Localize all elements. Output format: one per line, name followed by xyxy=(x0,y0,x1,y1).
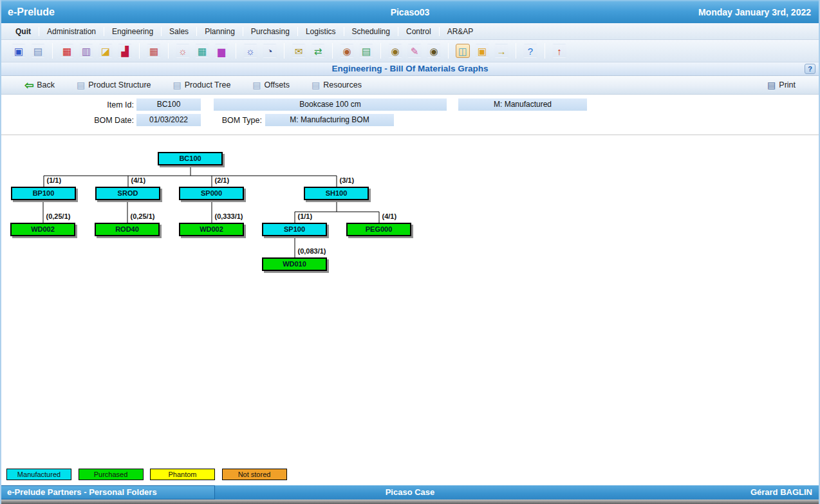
product-structure-button[interactable]: ▤ Product Structure xyxy=(77,80,151,89)
calendar-icon[interactable]: ▦ xyxy=(147,44,161,58)
edit-document-icon[interactable]: ✎ xyxy=(407,44,422,58)
resources-icon: ▤ xyxy=(312,80,320,89)
item-type-field[interactable]: M: Manufactured xyxy=(458,98,587,111)
exit-up-icon[interactable]: ↑ xyxy=(552,44,566,58)
menu-bar: QuitAdministrationEngineeringSalesPlanni… xyxy=(1,23,819,40)
clock-brown-icon[interactable]: ◉ xyxy=(340,44,354,58)
toolbar-separator xyxy=(380,43,381,59)
gantt-schedule-icon[interactable]: ▤ xyxy=(359,44,373,58)
menu-item-ar-ap[interactable]: AR&AP xyxy=(440,24,481,39)
quantity-label: (0,25/1) xyxy=(131,212,155,220)
header-bar: e-Prelude Picaso03 Monday January 3rd, 2… xyxy=(1,0,819,23)
clock-dark-icon[interactable]: ◉ xyxy=(427,44,441,58)
legend-not-stored: Not stored xyxy=(222,469,287,480)
gear-sun-icon[interactable]: ☼ xyxy=(243,44,257,58)
table-grid-icon[interactable]: ▦ xyxy=(195,44,209,58)
save-icon[interactable]: ▣ xyxy=(12,44,26,58)
menu-item-scheduling[interactable]: Scheduling xyxy=(344,24,398,39)
menu-item-engineering[interactable]: Engineering xyxy=(104,24,161,39)
quantity-label: (4/1) xyxy=(382,212,397,220)
bom-node-srod[interactable]: SROD xyxy=(95,187,160,200)
bom-node-sp100[interactable]: SP100 xyxy=(262,223,327,236)
status-user: Gérard BAGLIN xyxy=(750,487,812,497)
offsets-button[interactable]: ▤ Offsets xyxy=(252,80,290,89)
bom-node-wd010[interactable]: WD010 xyxy=(262,257,327,271)
resources-label: Resources xyxy=(323,80,362,89)
action-bar: ⇦ Back ▤ Product Structure ▤ Product Tre… xyxy=(1,76,819,95)
legend-manufactured: Manufactured xyxy=(6,469,71,480)
toolbar-separator xyxy=(139,43,140,59)
session-name: Picaso03 xyxy=(1,7,819,17)
message-note-icon[interactable]: ✉ xyxy=(292,44,306,58)
quantity-label: (0,25/1) xyxy=(46,212,71,220)
quantity-label: (2/1) xyxy=(215,176,230,184)
product-structure-label: Product Structure xyxy=(88,80,151,89)
clock-gold-icon[interactable]: ◉ xyxy=(388,44,402,58)
quantity-label: (0,083/1) xyxy=(298,247,326,255)
window-bottom-edge xyxy=(1,499,819,504)
toolbar-separator xyxy=(448,43,449,59)
copy-icon[interactable]: ▣ xyxy=(475,44,489,58)
menu-item-logistics[interactable]: Logistics xyxy=(298,24,344,39)
bom-book-icon[interactable]: ▥ xyxy=(79,44,93,58)
status-bar: e-Prelude Partners - Personal Folders Pi… xyxy=(1,485,819,499)
paste-export-icon[interactable]: → xyxy=(494,44,508,58)
globe-clock-icon[interactable]: ◔ xyxy=(263,44,277,58)
bom-type-field[interactable]: M: Manufacturing BOM xyxy=(265,114,394,126)
bom-node-bc100[interactable]: BC100 xyxy=(158,152,223,165)
product-tree-label: Product Tree xyxy=(185,80,231,89)
documents-folder-icon[interactable]: ◪ xyxy=(98,44,113,58)
bar-chart-icon[interactable]: ▆ xyxy=(214,44,228,58)
current-date: Monday January 3rd, 2022 xyxy=(698,7,811,17)
bom-node-rod40[interactable]: ROD40 xyxy=(95,223,160,236)
back-button[interactable]: ⇦ Back xyxy=(24,80,55,91)
item-description-field[interactable]: Bookcase 100 cm xyxy=(214,98,447,111)
bom-node-wd002[interactable]: WD002 xyxy=(179,223,244,236)
print-button[interactable]: ▤ Print xyxy=(767,80,796,90)
page-title: Engineering - Bill Of Materials Graphs xyxy=(1,64,819,73)
bom-node-bp100[interactable]: BP100 xyxy=(11,187,76,200)
bom-node-wd002[interactable]: WD002 xyxy=(10,223,75,236)
toolbar-separator xyxy=(52,43,53,59)
menu-item-planning[interactable]: Planning xyxy=(197,24,243,39)
menu-item-sales[interactable]: Sales xyxy=(162,24,196,39)
bom-node-sp000[interactable]: SP000 xyxy=(179,187,244,200)
status-case: Picaso Case xyxy=(1,487,819,497)
menu-item-quit[interactable]: Quit xyxy=(8,24,39,39)
items-cabinet-icon[interactable]: ▦ xyxy=(60,44,74,58)
title-bar: Engineering - Bill Of Materials Graphs ? xyxy=(1,62,819,76)
toolbar-separator xyxy=(284,43,284,59)
transfer-icon[interactable]: ⇄ xyxy=(311,44,325,58)
menu-item-control[interactable]: Control xyxy=(398,24,439,39)
help-button[interactable]: ? xyxy=(805,64,815,74)
toolbar-separator xyxy=(332,43,333,59)
offsets-icon: ▤ xyxy=(252,80,261,89)
quantity-label: (1/1) xyxy=(47,176,62,184)
quantity-label: (3/1) xyxy=(340,176,355,184)
resources-button[interactable]: ▤ Resources xyxy=(312,80,362,89)
product-tree-icon: ▤ xyxy=(173,80,182,89)
toolbar-separator xyxy=(516,43,516,59)
bom-date-field[interactable]: 01/03/2022 xyxy=(136,114,201,126)
print-icon[interactable]: ▤ xyxy=(31,44,45,58)
quantity-label: (4/1) xyxy=(131,176,146,184)
back-label: Back xyxy=(37,80,55,89)
help-icon[interactable]: ? xyxy=(523,44,537,58)
mrp-sun-icon[interactable]: ☼ xyxy=(176,44,190,58)
toolbar-separator xyxy=(236,43,236,59)
routing-chart-icon[interactable]: ▟ xyxy=(118,44,132,58)
menu-item-purchasing[interactable]: Purchasing xyxy=(243,24,297,39)
toolbar: ▣▤▦▥◪▟▦☼▦▆☼◔✉⇄◉▤◉✎◉◫▣→?↑ xyxy=(1,40,819,62)
menu-item-administration[interactable]: Administration xyxy=(39,24,104,39)
bom-node-sh100[interactable]: SH100 xyxy=(304,187,369,200)
product-structure-icon: ▤ xyxy=(77,80,85,89)
inbox-drawer-icon[interactable]: ◫ xyxy=(456,44,470,58)
item-id-field[interactable]: BC100 xyxy=(136,98,201,111)
product-tree-button[interactable]: ▤ Product Tree xyxy=(173,80,231,89)
legend-purchased: Purchased xyxy=(79,469,144,480)
item-id-label: Item Id: xyxy=(79,100,134,109)
quantity-label: (1/1) xyxy=(298,212,313,220)
bom-node-peg000[interactable]: PEG000 xyxy=(346,223,411,236)
bom-type-label: BOM Type: xyxy=(220,116,262,125)
item-form: Item Id: BC100 Bookcase 100 cm M: Manufa… xyxy=(1,95,819,135)
